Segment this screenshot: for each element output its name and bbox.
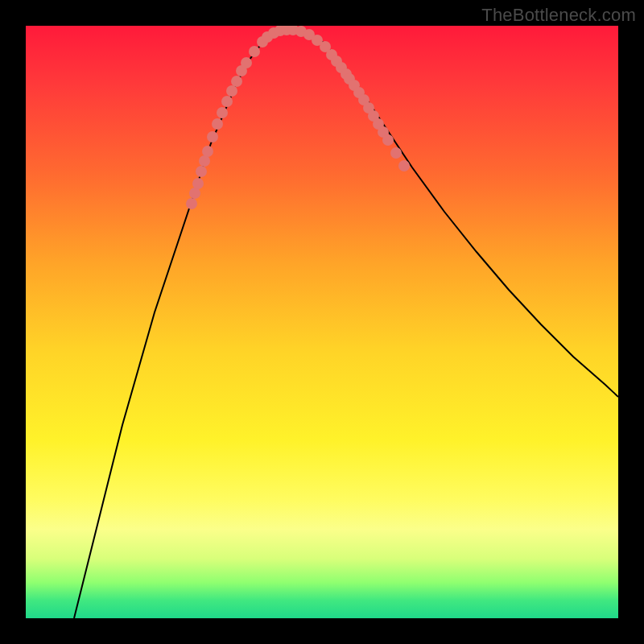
marker-dot <box>196 166 207 177</box>
watermark-text: TheBottleneck.com <box>481 5 636 26</box>
marker-dot <box>241 57 252 68</box>
marker-dot <box>212 118 223 130</box>
marker-dot <box>186 198 197 209</box>
curve-layer <box>26 26 618 618</box>
marker-dot <box>398 160 410 171</box>
marker-dot <box>226 85 237 97</box>
marker-dot <box>192 178 204 189</box>
marker-dot <box>249 46 260 57</box>
marker-dot <box>217 107 228 118</box>
marker-dot <box>207 131 218 142</box>
bottleneck-curve <box>74 29 618 618</box>
marker-dot <box>231 76 242 87</box>
marker-dot <box>390 147 402 159</box>
marker-dot <box>382 134 394 146</box>
marker-dot <box>202 146 213 157</box>
marker-dot <box>221 96 233 107</box>
chart-frame: TheBottleneck.com <box>0 0 644 644</box>
marker-dot <box>189 188 200 199</box>
marker-dot <box>199 155 210 167</box>
marker-dots <box>186 26 410 209</box>
plot-area <box>26 26 618 618</box>
